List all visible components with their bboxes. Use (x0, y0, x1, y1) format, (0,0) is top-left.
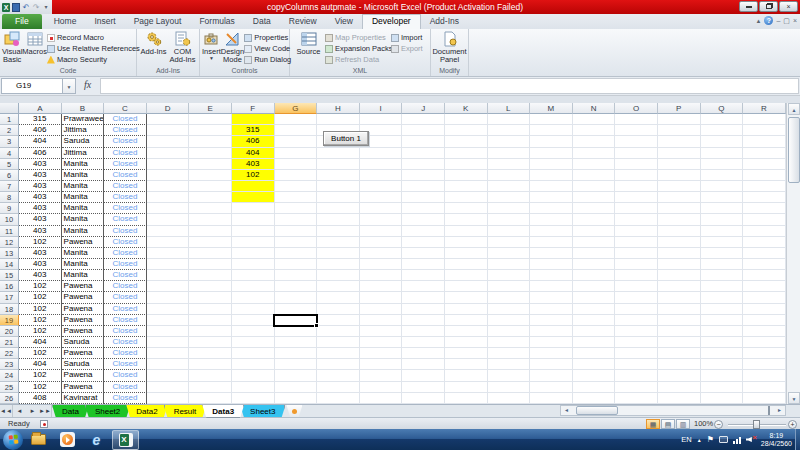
cell-G24[interactable] (275, 370, 318, 381)
cell-J18[interactable] (402, 304, 445, 315)
cell-M18[interactable] (530, 304, 573, 315)
cell-K9[interactable] (445, 203, 488, 214)
cell-G16[interactable] (275, 281, 318, 292)
cell-E25[interactable] (189, 382, 232, 393)
cell-K2[interactable] (445, 125, 488, 136)
cell-A26[interactable]: 408 (19, 393, 62, 404)
row-header-11[interactable]: 11 (0, 226, 19, 237)
cell-Q3[interactable] (701, 136, 744, 147)
cell-L6[interactable] (488, 170, 531, 181)
cell-P16[interactable] (658, 281, 701, 292)
cell-J23[interactable] (402, 359, 445, 370)
cell-R5[interactable] (743, 159, 786, 170)
cell-O6[interactable] (615, 170, 658, 181)
cell-Q2[interactable] (701, 125, 744, 136)
cell-O26[interactable] (615, 393, 658, 404)
cell-N19[interactable] (573, 315, 616, 326)
qat-customize-icon[interactable]: ▾ (42, 3, 50, 12)
cell-J12[interactable] (402, 237, 445, 248)
ribbon-tab-home[interactable]: Home (45, 14, 86, 29)
cell-K24[interactable] (445, 370, 488, 381)
column-header-F[interactable]: F (232, 103, 275, 114)
cell-N3[interactable] (573, 136, 616, 147)
cell-M12[interactable] (530, 237, 573, 248)
cell-J19[interactable] (402, 315, 445, 326)
cell-D14[interactable] (147, 259, 190, 270)
cell-Q1[interactable] (701, 114, 744, 125)
cell-J17[interactable] (402, 292, 445, 303)
cell-D20[interactable] (147, 326, 190, 337)
cell-C16[interactable]: Closed (104, 281, 147, 292)
cell-D13[interactable] (147, 248, 190, 259)
scroll-left-icon[interactable]: ◄ (561, 406, 572, 415)
cell-B10[interactable]: Manita (62, 214, 105, 225)
cell-P18[interactable] (658, 304, 701, 315)
cell-C24[interactable]: Closed (104, 370, 147, 381)
cell-R14[interactable] (743, 259, 786, 270)
cell-F18[interactable] (232, 304, 275, 315)
cell-P9[interactable] (658, 203, 701, 214)
cell-Q11[interactable] (701, 226, 744, 237)
cell-F10[interactable] (232, 214, 275, 225)
cell-P24[interactable] (658, 370, 701, 381)
cell-R24[interactable] (743, 370, 786, 381)
previous-sheet-icon[interactable]: ◄ (13, 405, 26, 417)
cell-R23[interactable] (743, 359, 786, 370)
cell-I15[interactable] (360, 270, 403, 281)
cell-G2[interactable] (275, 125, 318, 136)
cell-H23[interactable] (317, 359, 360, 370)
cell-M21[interactable] (530, 337, 573, 348)
cell-C12[interactable]: Closed (104, 237, 147, 248)
cell-C21[interactable]: Closed (104, 337, 147, 348)
cell-M17[interactable] (530, 292, 573, 303)
zoom-slider-thumb[interactable] (753, 420, 760, 429)
column-header-C[interactable]: C (104, 103, 147, 114)
cell-Q8[interactable] (701, 192, 744, 203)
cell-P4[interactable] (658, 148, 701, 159)
row-header-21[interactable]: 21 (0, 337, 19, 348)
cell-I20[interactable] (360, 326, 403, 337)
cell-Q20[interactable] (701, 326, 744, 337)
cell-L26[interactable] (488, 393, 531, 404)
cell-F12[interactable] (232, 237, 275, 248)
cell-Q22[interactable] (701, 348, 744, 359)
cell-K7[interactable] (445, 181, 488, 192)
cell-C26[interactable]: Closed (104, 393, 147, 404)
cell-D7[interactable] (147, 181, 190, 192)
cell-M8[interactable] (530, 192, 573, 203)
cell-L15[interactable] (488, 270, 531, 281)
cell-K13[interactable] (445, 248, 488, 259)
taskbar-internet-explorer-button[interactable]: e (83, 430, 110, 450)
cell-C14[interactable]: Closed (104, 259, 147, 270)
cell-K4[interactable] (445, 148, 488, 159)
cell-F25[interactable] (232, 382, 275, 393)
cell-I8[interactable] (360, 192, 403, 203)
cell-G5[interactable] (275, 159, 318, 170)
cell-E21[interactable] (189, 337, 232, 348)
undo-icon[interactable]: ↶ (22, 3, 30, 12)
select-all-corner[interactable] (0, 103, 19, 114)
cell-M23[interactable] (530, 359, 573, 370)
cell-G20[interactable] (275, 326, 318, 337)
cell-D17[interactable] (147, 292, 190, 303)
cell-A2[interactable]: 406 (19, 125, 62, 136)
cell-L4[interactable] (488, 148, 531, 159)
cell-N24[interactable] (573, 370, 616, 381)
cell-J16[interactable] (402, 281, 445, 292)
cell-B19[interactable]: Pawena (62, 315, 105, 326)
cell-G7[interactable] (275, 181, 318, 192)
cell-P20[interactable] (658, 326, 701, 337)
row-header-26[interactable]: 26 (0, 393, 19, 404)
cell-M14[interactable] (530, 259, 573, 270)
cell-K1[interactable] (445, 114, 488, 125)
cell-A3[interactable]: 404 (19, 136, 62, 147)
cell-A20[interactable]: 102 (19, 326, 62, 337)
cell-O5[interactable] (615, 159, 658, 170)
cell-L13[interactable] (488, 248, 531, 259)
cell-F20[interactable] (232, 326, 275, 337)
cell-G17[interactable] (275, 292, 318, 303)
cell-D2[interactable] (147, 125, 190, 136)
cell-L9[interactable] (488, 203, 531, 214)
cell-K8[interactable] (445, 192, 488, 203)
cell-I7[interactable] (360, 181, 403, 192)
